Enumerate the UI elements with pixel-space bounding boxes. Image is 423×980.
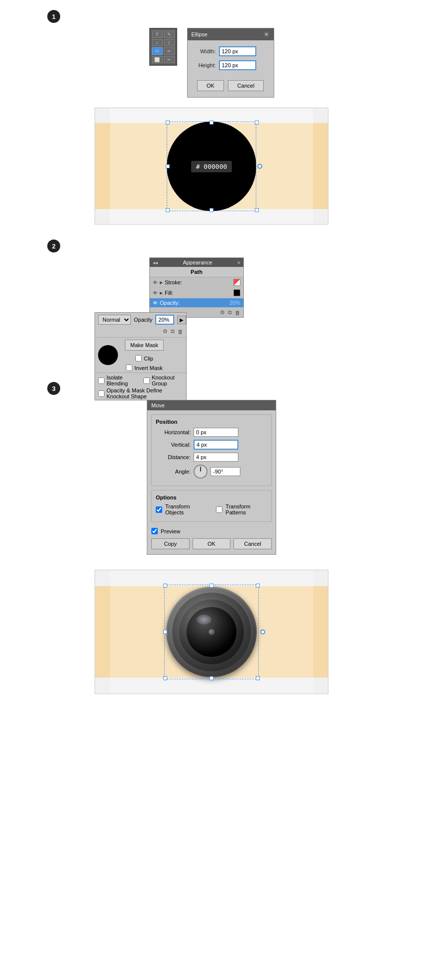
stroke-swatch[interactable] — [233, 279, 240, 286]
angle-needle — [200, 467, 201, 472]
isolate-blending-checkbox[interactable] — [98, 377, 105, 384]
opacity-mask-label: Opacity & Mask Define Knockout Shape — [106, 387, 183, 399]
panel-collapse-controls: ◂◂ — [153, 260, 158, 265]
section-2: 2 Normal Opacity ▶ ⚙ ⧉ 🗑 — [0, 240, 423, 367]
copy-button[interactable]: Copy — [151, 538, 190, 549]
stroke-eye-icon[interactable]: 👁 — [153, 280, 158, 285]
clip-checkbox[interactable] — [135, 355, 142, 362]
transform-patterns-checkbox[interactable] — [216, 506, 222, 513]
vertical-field: Vertical: — [156, 440, 267, 450]
tool-pencil[interactable]: ✏ — [164, 47, 175, 55]
tool-pen[interactable]: ✎ — [164, 30, 175, 38]
panel-menu-icon[interactable]: ≡ — [237, 260, 240, 265]
trans-panel-icons: ⚙ ⧉ 🗑 — [95, 327, 186, 336]
make-mask-button[interactable]: Make Mask — [125, 340, 164, 351]
fill-eye-icon[interactable]: 👁 — [153, 290, 158, 296]
transform-objects-row: Transform Objects Transform Patterns — [156, 503, 267, 515]
horizontal-input[interactable] — [194, 428, 238, 437]
ok-button[interactable]: OK — [193, 538, 231, 549]
knockout-group-label: Knockout Group — [152, 374, 183, 386]
handle-tm — [210, 121, 213, 124]
position-title: Position — [156, 419, 267, 425]
tool-rect[interactable]: ⬜ — [152, 56, 163, 63]
options-title: Options — [156, 494, 267, 500]
ellipse-dialog-titlebar: Ellipse ☀ — [188, 28, 274, 40]
transform-objects-checkbox[interactable] — [156, 506, 162, 513]
section-3: 3 Move Position Horizontal: Vertical: — [0, 382, 423, 555]
height-input[interactable] — [219, 60, 256, 70]
width-input[interactable] — [219, 46, 256, 56]
tool-scissors[interactable]: ✂ — [164, 56, 175, 63]
vertical-label: Vertical: — [156, 442, 191, 448]
transparency-panel: Normal Opacity ▶ ⚙ ⧉ 🗑 Make Mask — [95, 312, 187, 400]
trans-delete-icon[interactable]: 🗑 — [178, 329, 183, 335]
appearance-duplicate-icon[interactable]: ⧉ — [228, 309, 232, 316]
handle-tl — [166, 121, 170, 124]
preview-label: Preview — [161, 528, 180, 534]
section-4 — [0, 570, 423, 694]
height-label: Height: — [194, 62, 216, 68]
move-buttons: Copy OK Cancel — [147, 538, 276, 554]
stroke-expand-icon[interactable]: ▶ — [160, 280, 163, 285]
knockout-group-checkbox[interactable] — [143, 377, 150, 384]
selection-border — [167, 122, 256, 211]
preview-row: Preview — [147, 526, 276, 538]
appearance-opacity-row[interactable]: 👁 Opacity: 20% — [150, 298, 243, 308]
ellipse-ok-button[interactable]: OK — [197, 80, 224, 91]
appearance-panel: ◂◂ Appearance ≡ Path 👁 ▶ Stroke: 👁 ▶ Fil… — [149, 257, 244, 318]
ellipse-dialog-body: Width: Height: — [188, 40, 274, 80]
trans-duplicate-icon[interactable]: ⧉ — [171, 328, 175, 335]
angle-label: Angle: — [156, 469, 191, 475]
section3-content: Move Position Horizontal: Vertical: Dist… — [0, 400, 423, 555]
invert-mask-label: Invert Mask — [134, 365, 163, 371]
appearance-settings-icon[interactable]: ⚙ — [220, 309, 225, 316]
invert-mask-checkbox[interactable] — [126, 365, 132, 371]
move-dialog-title: Move — [151, 402, 165, 408]
toolbox-ellipse-row: T ✎ ○ / ⬭ ✏ ⬜ ✂ Ellipse ☀ — [149, 28, 274, 98]
appearance-delete-icon[interactable]: 🗑 — [235, 310, 240, 316]
canvas-area-1: # 000000 — [95, 108, 328, 225]
sun-icon: ☀ — [263, 30, 270, 38]
opacity-arrow-btn[interactable]: ▶ — [177, 316, 186, 324]
preview-checkbox[interactable] — [151, 528, 158, 534]
selection-border-2 — [164, 585, 259, 679]
fill-swatch[interactable] — [233, 289, 240, 296]
step-badge-1: 1 — [47, 10, 60, 23]
opacity-mask-checkbox[interactable] — [98, 390, 105, 397]
cancel-button[interactable]: Cancel — [233, 538, 272, 549]
angle-container — [194, 465, 240, 479]
ellipse-dialog-buttons: OK Cancel — [188, 80, 274, 97]
horizontal-field: Horizontal: — [156, 428, 267, 437]
appearance-title: Appearance — [183, 259, 212, 265]
tool-ellipse[interactable]: ⬭ — [152, 47, 163, 55]
step-badge-3: 3 — [47, 382, 60, 395]
ellipse-dialog: Ellipse ☀ Width: Height: — [187, 28, 274, 98]
handle2-tr — [256, 584, 260, 588]
angle-dial[interactable] — [194, 465, 208, 479]
trans-settings-icon[interactable]: ⚙ — [163, 328, 168, 335]
ellipse-dialog-title: Ellipse — [192, 31, 208, 37]
tool-text[interactable]: T — [152, 30, 163, 38]
tool-line[interactable]: / — [164, 39, 175, 46]
angle-field: Angle: — [156, 465, 267, 479]
angle-input[interactable] — [211, 467, 240, 476]
blend-mode-select[interactable]: Normal — [98, 315, 131, 325]
vertical-input[interactable] — [194, 440, 238, 450]
handle-br — [255, 208, 259, 212]
horizontal-label: Horizontal: — [156, 429, 191, 435]
handle2-bm — [210, 676, 213, 680]
tool-circle[interactable]: ○ — [152, 39, 163, 46]
appearance-titlebar: ◂◂ Appearance ≡ — [150, 258, 243, 267]
ellipse-cancel-button[interactable]: Cancel — [228, 80, 264, 91]
make-mask-container: Make Mask Clip Invert Mask — [123, 339, 166, 371]
fill-expand-icon[interactable]: ▶ — [160, 291, 163, 295]
handle2-tm — [210, 584, 213, 588]
section2-content: Normal Opacity ▶ ⚙ ⧉ 🗑 Make Mask — [0, 257, 423, 367]
handle-tr — [255, 121, 259, 124]
distance-input[interactable] — [194, 453, 238, 462]
opacity-input[interactable] — [155, 315, 174, 325]
options-section: Options Transform Objects Transform Patt… — [151, 490, 272, 522]
trans-mode-row: Normal Opacity ▶ — [95, 313, 186, 327]
handle-bl — [166, 208, 170, 212]
distance-label: Distance: — [156, 454, 191, 460]
